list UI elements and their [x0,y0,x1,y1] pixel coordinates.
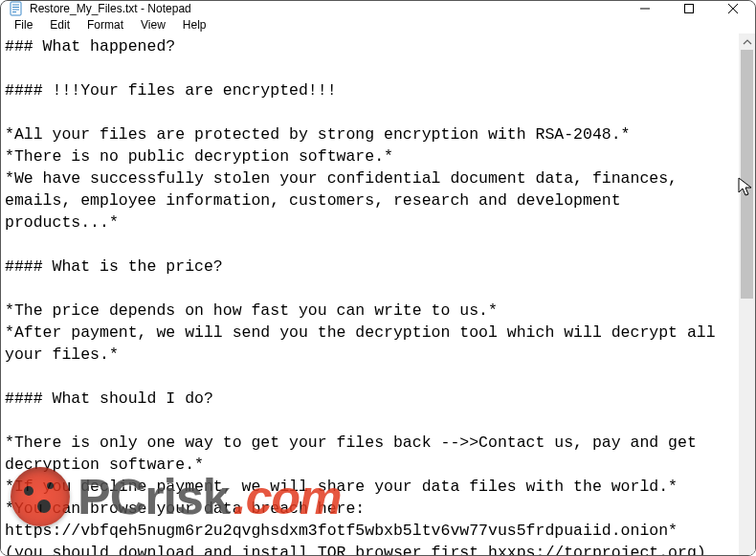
svg-rect-0 [11,2,21,15]
vertical-scrollbar[interactable] [739,33,755,556]
menu-help[interactable]: Help [175,16,214,33]
menu-edit[interactable]: Edit [42,16,78,33]
close-button[interactable] [711,1,755,16]
minimize-button[interactable] [623,1,667,16]
menu-view[interactable]: View [133,16,173,33]
window-controls [623,1,755,16]
notepad-icon [9,1,24,16]
scroll-track[interactable] [739,50,755,549]
scroll-thumb[interactable] [741,50,753,299]
svg-rect-6 [685,5,694,13]
titlebar[interactable]: Restore_My_Files.txt - Notepad [1,1,755,16]
window-title: Restore_My_Files.txt - Notepad [30,2,191,15]
text-editor[interactable]: ### What happened? #### !!!Your files ar… [1,33,739,556]
content-area: ### What happened? #### !!!Your files ar… [1,33,755,556]
scroll-down-arrow-icon[interactable] [739,549,755,556]
menu-format[interactable]: Format [79,16,131,33]
maximize-button[interactable] [667,1,711,16]
menu-file[interactable]: File [7,16,40,33]
scroll-up-arrow-icon[interactable] [739,33,755,50]
menubar: File Edit Format View Help [1,16,755,33]
notepad-window: Restore_My_Files.txt - Notepad File Edit… [0,0,756,556]
